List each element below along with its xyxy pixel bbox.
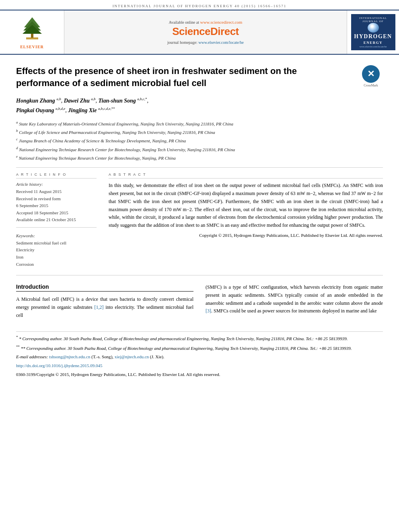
keyword-4: Corrosion — [16, 261, 97, 268]
author-tianshun-sup: a,b,c,* — [137, 97, 147, 101]
doi-line: http://dx.doi.org/10.1016/j.ijhydene.201… — [16, 362, 383, 370]
keyword-1: Sediment microbial fuel cell — [16, 240, 97, 247]
hydrogen-logo-box: International Journal of HYDROGEN ENERGY… — [347, 10, 399, 54]
corresponding-2: ** ** Corresponding author. 30 South Puz… — [16, 344, 383, 352]
email-label: E-mail addresses: — [16, 354, 48, 359]
author-hongkun: Hongkun Zhang — [16, 98, 55, 104]
corresponding-1: * * Corresponding author. 30 South Puzhu… — [16, 334, 383, 342]
keyword-3: Iron — [16, 254, 97, 261]
abstract-col: A B S T R A C T In this study, we demons… — [109, 173, 383, 268]
corresponding-1-text: * Corresponding author. 30 South Puzhu R… — [19, 336, 348, 341]
article-title-area: Effects of the presence of sheet iron in… — [16, 65, 383, 89]
author-dawei: Dawei Zhu — [64, 98, 90, 104]
elsevier-text: ELSEVIER — [20, 45, 44, 49]
sciencedirect-url: www.sciencedirect.com — [200, 20, 242, 25]
ref-1-2: [1,2] — [94, 304, 103, 310]
article-history-label: Article history: — [16, 182, 97, 187]
abstract-heading: A B S T R A C T — [109, 173, 383, 179]
journal-banner-text: International Journal of Hydrogen Energy… — [113, 4, 287, 8]
author-pingkai-sup: a,b,d,e — [56, 107, 65, 111]
authors-block: Hongkun Zhang a,b, Dawei Zhu a,b, Tian-s… — [16, 96, 383, 115]
sd-part2: Direct — [210, 25, 239, 37]
hydrogen-logo: International Journal of HYDROGEN ENERGY… — [351, 14, 395, 50]
homepage-link: www.elsevier.com/locate/he — [198, 40, 244, 45]
affil-e: e National Engineering Technique Researc… — [16, 154, 383, 162]
hydrogen-logo-main-text: HYDROGEN ENERGY — [354, 33, 392, 45]
info-divider — [16, 227, 97, 228]
available-online-date: Available online 21 October 2015 — [16, 216, 97, 223]
footer-area: * * Corresponding author. 30 South Puzhu… — [16, 331, 383, 378]
crossmark-label: CrossMark — [364, 84, 378, 87]
affil-a: a State Key Laboratory of Materials-Orie… — [16, 119, 383, 127]
intro-left-col: Introduction A Microbial fuel cell (MFC)… — [16, 283, 193, 319]
journal-banner: International Journal of Hydrogen Energy… — [0, 0, 399, 10]
email-1-link[interactable]: tshsong@njtech.edu.cn — [49, 354, 90, 359]
abstract-copyright: Copyright © 2015, Hydrogen Energy Public… — [109, 233, 383, 238]
email-line: E-mail addresses: tshsong@njtech.edu.cn … — [16, 353, 383, 361]
main-divider — [16, 275, 383, 275]
email-1-name: T.-s. Song — [93, 354, 111, 359]
energy-text: ENERGY — [364, 41, 383, 45]
crossmark-box: ✕ CrossMark — [359, 65, 383, 87]
elsevier-tree-svg — [16, 15, 48, 43]
keywords-label: Keywords: — [16, 233, 97, 238]
corresponding-2-text: ** Corresponding author. 30 South Puzhu … — [21, 345, 352, 350]
affil-d: d National Engineering Technique Researc… — [16, 145, 383, 153]
doi-link[interactable]: http://dx.doi.org/10.1016/j.ijhydene.201… — [16, 363, 103, 368]
affiliations-block: a State Key Laboratory of Materials-Orie… — [16, 119, 383, 162]
abstract-text: In this study, we demonstrate the effect… — [109, 182, 383, 230]
affil-b: b College of Life Science and Pharmaceut… — [16, 128, 383, 136]
keyword-2: Electricity — [16, 246, 97, 254]
intro-right-text: (SMFC) is a type of MFC configuration, w… — [206, 283, 383, 315]
center-header: Available online at www.sciencedirect.co… — [64, 10, 347, 54]
keywords-block: Keywords: Sediment microbial fuel cell E… — [16, 233, 97, 268]
hydrogen-logo-bottom: www.elsevier.com/locate/he — [360, 45, 387, 48]
intro-left-text: A Microbial fuel cell (MFC) is a device … — [16, 296, 193, 319]
author-dawei-sup: a,b — [91, 97, 95, 101]
introduction-title: Introduction — [16, 283, 193, 292]
journal-homepage: journal homepage: www.elsevier.com/locat… — [167, 40, 244, 45]
email-2-link[interactable]: xiej@njtech.edu.cn — [115, 354, 149, 359]
crossmark-x-icon: ✕ — [367, 70, 374, 78]
hydrogen-logo-top-text: International Journal of — [353, 16, 394, 23]
article-info-heading: A R T I C L E I N F O — [16, 173, 97, 179]
issn-copyright-line: 0360-3199/Copyright © 2015, Hydrogen Ene… — [16, 371, 383, 378]
available-online-text: Available online at www.sciencedirect.co… — [169, 20, 243, 25]
email-2-name: J. Xie — [152, 354, 162, 359]
author-jingjing: Jingjing Xie — [68, 107, 97, 113]
hydrogen-logo-circle-icon — [368, 23, 379, 33]
info-abstract-row: A R T I C L E I N F O Article history: R… — [16, 167, 383, 268]
page-header: ELSEVIER Available online at www.science… — [0, 10, 399, 55]
author-pingkai: Pingkai Ouyang — [16, 107, 54, 113]
received-1: Received 11 August 2015 — [16, 188, 97, 195]
intro-right-col: (SMFC) is a type of MFC configuration, w… — [206, 283, 383, 319]
article-info-col: A R T I C L E I N F O Article history: R… — [16, 173, 97, 268]
revised-date: 6 September 2015 — [16, 202, 97, 209]
crossmark-icon: ✕ — [362, 65, 380, 83]
article-title: Effects of the presence of sheet iron in… — [16, 65, 351, 89]
introduction-section: Introduction A Microbial fuel cell (MFC)… — [16, 279, 383, 319]
sd-part1: Science — [172, 25, 210, 37]
accepted-date: Accepted 18 September 2015 — [16, 210, 97, 216]
sciencedirect-logo: ScienceDirect — [172, 25, 239, 38]
author-tianshun: Tian-shun Song — [99, 98, 136, 104]
elsevier-tree-icon: ELSEVIER — [16, 15, 48, 49]
received-revised-label: Received in revised form — [16, 195, 97, 202]
affil-c: c Jiangsu Branch of China Academy of Sci… — [16, 136, 383, 144]
ref-3: [3] — [206, 308, 211, 314]
elsevier-logo-box: ELSEVIER — [0, 10, 64, 54]
hydrogen-text: HYDROGEN — [354, 33, 392, 41]
main-content: Effects of the presence of sheet iron in… — [0, 55, 399, 383]
author-jingjing-sup: a,b,c,d,e,** — [98, 107, 115, 111]
author-hongkun-sup: a,b — [56, 97, 61, 101]
